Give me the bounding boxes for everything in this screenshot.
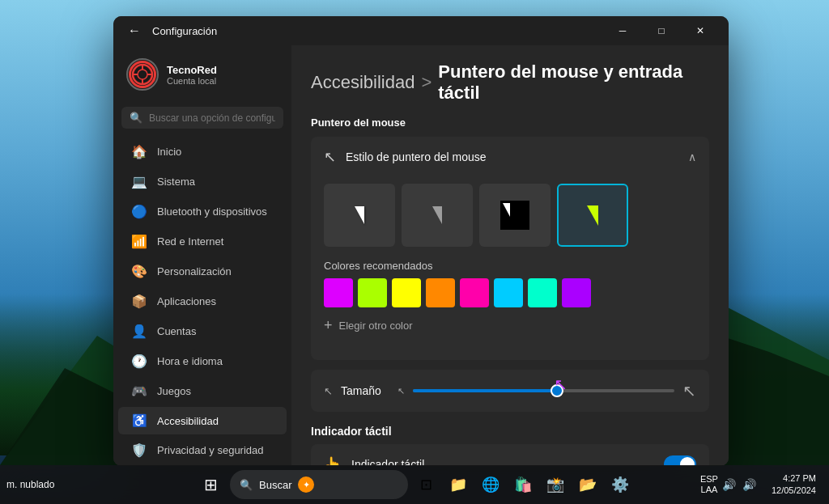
sidebar-item-label: Sistema <box>157 176 195 188</box>
sidebar-item-label: Personalización <box>157 265 232 277</box>
sidebar-item-label: Privacidad y seguridad <box>157 444 264 456</box>
taskbar-right: ESPLAA 🔊 🔊 4:27 PM 12/05/2024 <box>700 472 823 498</box>
minimize-button[interactable]: ─ <box>604 19 641 43</box>
sistema-icon: 💻 <box>131 174 147 189</box>
cursor-sm-icon2: ↖ <box>397 386 405 396</box>
maximize-button[interactable]: □ <box>643 19 680 43</box>
color-swatch-cyan[interactable] <box>494 278 523 307</box>
avatar <box>126 58 159 91</box>
sidebar: TecnoRed Cuenta local 🔍 🏠 Inicio 💻 Siste… <box>113 45 291 466</box>
user-subtitle: Cuenta local <box>167 76 278 86</box>
color-swatch-yellow[interactable] <box>392 278 421 307</box>
slider-thumb[interactable] <box>551 384 563 397</box>
cursor-style-header[interactable]: ↖ Estilo de puntero del mouse ∧ <box>311 137 709 177</box>
search-box[interactable]: 🔍 <box>121 107 283 129</box>
cursor-style-body: Colores recomendados + <box>311 177 709 360</box>
sidebar-item-label: Red e Internet <box>157 235 223 248</box>
color-swatch-teal[interactable] <box>528 278 557 307</box>
recommended-colors-section: Colores recomendados + <box>324 260 696 337</box>
taskbar-volume-icon: 🔊 <box>742 478 756 491</box>
cursor-style-title: Estilo de puntero del mouse <box>346 150 678 163</box>
touch-indicator-header[interactable]: 👆 Indicador táctil <box>311 444 709 466</box>
cursor-large-icon: ↖ <box>682 381 696 400</box>
privacidad-icon: 🛡️ <box>131 443 147 458</box>
svg-point-2 <box>133 65 152 84</box>
personalizacion-icon: 🎨 <box>131 264 147 279</box>
cursor-option-custom[interactable] <box>557 184 628 247</box>
sidebar-item-label: Accesibilidad <box>157 415 219 427</box>
cursor-option-white-outline[interactable] <box>402 184 473 247</box>
breadcrumb: Accesibilidad > Puntero del mouse y entr… <box>311 61 709 104</box>
taskbar-settings[interactable]: ⚙️ <box>606 470 635 499</box>
start-button[interactable]: ⊞ <box>194 468 227 501</box>
settings-window: ← Configuración ─ □ ✕ <box>113 16 729 466</box>
color-swatch-magenta[interactable] <box>324 278 353 307</box>
svg-point-3 <box>138 70 147 79</box>
taskbar: m. nublado ⊞ 🔍 Buscar ✦ ⊡ 📁 🌐 🛍️ 📸 📂 ⚙️ … <box>0 465 829 504</box>
taskbar-edge[interactable]: 🌐 <box>476 470 505 499</box>
sidebar-item-juegos[interactable]: 🎮 Juegos <box>118 377 287 405</box>
sidebar-item-label: Aplicaciones <box>157 295 216 307</box>
sidebar-item-hora[interactable]: 🕐 Hora e idioma <box>118 347 287 375</box>
search-input[interactable] <box>149 112 275 124</box>
close-button[interactable]: ✕ <box>682 19 719 43</box>
aplicaciones-icon: 📦 <box>131 294 147 309</box>
taskbar-sys-tray: ESPLAA 🔊 🔊 <box>700 474 759 495</box>
taskbar-files[interactable]: 📁 <box>444 470 473 499</box>
breadcrumb-current: Puntero del mouse y entrada táctil <box>438 61 709 104</box>
sidebar-item-bluetooth[interactable]: 🔵 Bluetooth y dispositivos <box>118 197 287 226</box>
title-bar: ← Configuración ─ □ ✕ <box>113 16 729 45</box>
breadcrumb-parent: Accesibilidad <box>311 72 414 93</box>
sidebar-item-aplicaciones[interactable]: 📦 Aplicaciones <box>118 287 287 316</box>
weather-text: m. nublado <box>6 479 62 490</box>
cursor-option-black[interactable] <box>479 184 551 247</box>
color-swatch-purple[interactable] <box>562 278 591 307</box>
cursor-yellow-icon <box>587 205 598 226</box>
back-button[interactable]: ← <box>123 19 146 42</box>
juegos-icon: 🎮 <box>131 383 147 399</box>
sidebar-item-personalizacion[interactable]: 🎨 Personalización <box>118 257 287 286</box>
taskbar-left: m. nublado <box>6 479 62 490</box>
search-icon: 🔍 <box>130 112 142 124</box>
taskbar-store[interactable]: 🛍️ <box>508 470 538 499</box>
cursor-header-icon: ↖ <box>324 148 336 166</box>
sidebar-item-sistema[interactable]: 💻 Sistema <box>118 167 287 196</box>
hora-icon: 🕐 <box>131 354 147 369</box>
user-profile[interactable]: TecnoRed Cuenta local <box>113 52 291 104</box>
taskbar-clock[interactable]: 4:27 PM 12/05/2024 <box>765 472 823 498</box>
cursor-style-card: ↖ Estilo de puntero del mouse ∧ <box>311 137 709 360</box>
chevron-up-icon: ∧ <box>688 150 696 163</box>
add-color-label: Elegir otro color <box>339 320 413 332</box>
plus-icon: + <box>324 317 333 334</box>
bluetooth-icon: 🔵 <box>131 204 147 219</box>
main-content: Accesibilidad > Puntero del mouse y entr… <box>291 45 729 466</box>
sidebar-item-accesibilidad[interactable]: ♿ Accesibilidad <box>118 407 287 434</box>
cursor-white-icon <box>355 206 364 224</box>
taskbar-photos[interactable]: 📸 <box>541 470 570 499</box>
taskbar-center: ⊞ 🔍 Buscar ✦ ⊡ 📁 🌐 🛍️ 📸 📂 ⚙️ <box>194 468 635 501</box>
sidebar-item-privacidad[interactable]: 🛡️ Privacidad y seguridad <box>118 436 287 464</box>
search-icon: 🔍 <box>240 479 253 491</box>
color-swatches <box>324 278 696 307</box>
window-body: TecnoRed Cuenta local 🔍 🏠 Inicio 💻 Siste… <box>113 45 729 466</box>
color-swatch-lime[interactable] <box>358 278 387 307</box>
taskbar-search-bar[interactable]: 🔍 Buscar ✦ <box>230 470 408 499</box>
breadcrumb-separator: > <box>421 72 432 93</box>
color-swatch-pink[interactable] <box>460 278 489 307</box>
cursor-option-white[interactable] <box>324 184 395 247</box>
add-color-button[interactable]: + Elegir otro color <box>324 314 696 337</box>
sidebar-item-cuentas[interactable]: 👤 Cuentas <box>118 317 287 345</box>
recommended-colors-label: Colores recomendados <box>324 260 696 272</box>
taskbar-explorer[interactable]: 📂 <box>573 470 602 499</box>
sidebar-item-red[interactable]: 📶 Red e Internet <box>118 227 287 256</box>
window-title: Configuración <box>152 25 604 37</box>
size-slider[interactable]: ↗ <box>413 383 674 399</box>
taskbar-taskview[interactable]: ⊡ <box>411 470 440 499</box>
cursor-small-icon: ↖ <box>324 385 333 397</box>
slider-track: ↗ <box>413 389 674 392</box>
touch-indicator-card: 👆 Indicador táctil <box>311 444 709 466</box>
taskbar-wifi-icon: 🔊 <box>722 478 736 491</box>
sidebar-item-inicio[interactable]: 🏠 Inicio <box>118 138 287 166</box>
size-label: Tamaño <box>341 384 389 397</box>
color-swatch-orange[interactable] <box>426 278 455 307</box>
